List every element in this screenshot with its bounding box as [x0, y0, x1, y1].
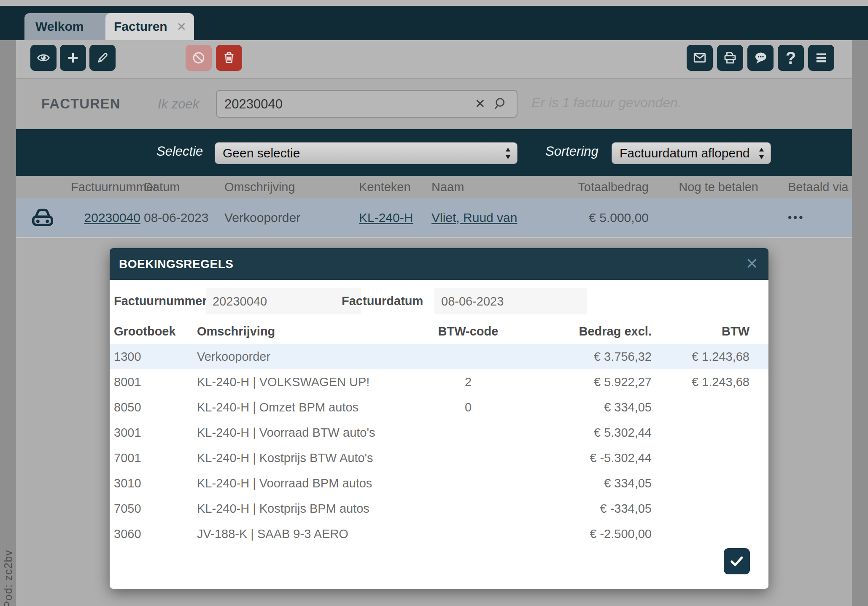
bedrag-cell: € 334,05 — [604, 471, 652, 496]
modal-close-icon[interactable]: ✕ — [746, 255, 758, 273]
question-icon: ? — [786, 49, 796, 66]
col-totaalbedrag[interactable]: Totaalbedrag — [566, 180, 649, 194]
factuurdatum-field[interactable]: 08-06-2023 — [434, 288, 587, 314]
paid-via-menu[interactable]: ••• — [763, 211, 852, 224]
selectie-value: Geen selectie — [223, 146, 300, 160]
modal-header: BOEKINGSREGELS ✕ — [110, 248, 768, 280]
tab-welkom[interactable]: Welkom — [24, 13, 115, 40]
search-label: Ik zoek — [158, 97, 199, 112]
btw-code-cell: 0 — [405, 395, 531, 420]
modal-fields: Factuurnummer 20230040 Factuurdatum 08-0… — [110, 288, 768, 314]
col-naam[interactable]: Naam — [431, 180, 566, 194]
search-input[interactable] — [224, 91, 461, 118]
car-icon — [16, 207, 71, 229]
view-button[interactable] — [30, 45, 57, 71]
omschrijving-cell: KL-240-H | VOLKSWAGEN UP! — [197, 369, 369, 395]
modal-table-header: Grootboek Omschrijving BTW-code Bedrag e… — [110, 322, 768, 341]
col-btw: BTW — [722, 322, 749, 341]
search-row: FACTUREN Ik zoek ✕ Er is 1 factuur gevon… — [16, 78, 852, 130]
omschrijving-cell: Verkooporder — [197, 344, 270, 369]
factuurdatum-value: 08-06-2023 — [441, 295, 504, 308]
invoice-total: € 5.000,00 — [566, 211, 649, 225]
booking-row[interactable]: 8050 KL-240-H | Omzet BPM autos 0 € 334,… — [110, 395, 768, 420]
chat-icon — [753, 50, 768, 65]
grootboek-cell: 3060 — [114, 521, 141, 546]
bedrag-cell: € -334,05 — [600, 496, 652, 521]
booking-row[interactable]: 8001 KL-240-H | VOLKSWAGEN UP! 2 € 5.922… — [110, 369, 768, 395]
hamburger-icon — [814, 50, 829, 65]
invoice-row[interactable]: 20230040 08-06-2023 Verkooporder KL-240-… — [16, 198, 852, 238]
btw-code-cell: 2 — [405, 369, 531, 395]
grootboek-cell: 8001 — [114, 369, 141, 395]
factuurdatum-label: Factuurdatum — [342, 294, 423, 308]
pencil-icon — [95, 51, 110, 65]
block-icon — [191, 51, 206, 65]
chat-button[interactable] — [747, 45, 774, 71]
invoice-table-header: Factuurnummer Datum Omschrijving Kenteke… — [16, 176, 852, 198]
omschrijving-cell: KL-240-H | Kostprijs BPM autos — [197, 496, 369, 521]
omschrijving-cell: KL-240-H | Voorraad BTW auto's — [197, 420, 375, 445]
select-arrows-icon — [505, 147, 511, 163]
sortering-select[interactable]: Factuurdatum aflopend — [612, 142, 771, 164]
col-kenteken[interactable]: Kenteken — [356, 180, 431, 194]
invoice-number-link[interactable]: 20230040 — [71, 211, 140, 225]
booking-row[interactable]: 7050 KL-240-H | Kostprijs BPM autos € -3… — [110, 496, 768, 521]
tab-facturen[interactable]: Facturen ✕ — [105, 13, 194, 40]
selectie-label: Selectie — [156, 144, 203, 159]
col-btw-code: BTW-code — [405, 322, 531, 341]
col-factuurnummer[interactable]: Factuurnummer — [71, 180, 140, 194]
booking-row[interactable]: 1300 Verkooporder € 3.756,32 € 1.243,68 — [110, 344, 768, 369]
license-plate-link[interactable]: KL-240-H — [359, 211, 413, 225]
search-icon[interactable] — [492, 96, 507, 114]
factuurnummer-field[interactable]: 20230040 — [206, 288, 361, 314]
print-button[interactable] — [717, 45, 743, 71]
block-button — [186, 45, 212, 71]
bedrag-cell: € 334,05 — [604, 395, 652, 420]
bedrag-cell: € -5.302,44 — [590, 445, 652, 471]
search-box: ✕ — [216, 90, 518, 118]
factuurnummer-value: 20230040 — [213, 295, 267, 308]
grootboek-cell: 3010 — [114, 471, 141, 496]
col-omschrijving: Omschrijving — [197, 322, 275, 341]
delete-button[interactable] — [216, 45, 242, 71]
pod-label: -D | Pod: zc2bv — [2, 487, 15, 606]
bedrag-cell: € -2.500,00 — [590, 521, 652, 546]
col-omschrijving[interactable]: Omschrijving — [216, 180, 356, 194]
booking-row[interactable]: 7001 KL-240-H | Kostprijs BTW Auto's € -… — [110, 445, 768, 471]
tab-facturen-label: Facturen — [114, 19, 167, 34]
invoice-date: 08-06-2023 — [140, 211, 216, 225]
bedrag-cell: € 5.302,44 — [594, 420, 652, 445]
tab-welkom-label: Welkom — [35, 19, 84, 34]
printer-icon — [722, 50, 738, 65]
booking-row[interactable]: 3001 KL-240-H | Voorraad BTW auto's € 5.… — [110, 420, 768, 445]
tab-close-icon[interactable]: ✕ — [177, 20, 186, 34]
mail-icon — [692, 50, 707, 65]
col-nog-te-betalen[interactable]: Nog te betalen — [649, 180, 763, 194]
grootboek-cell: 7050 — [114, 496, 141, 521]
menu-button[interactable] — [808, 45, 834, 71]
customer-name-link[interactable]: Vliet, Ruud van — [431, 211, 517, 225]
btw-cell: € 1.243,68 — [692, 344, 749, 369]
confirm-button[interactable] — [724, 548, 750, 574]
grootboek-cell: 7001 — [114, 445, 141, 471]
edit-button[interactable] — [89, 45, 116, 71]
add-button[interactable] — [60, 45, 86, 71]
invoice-description: Verkooporder — [216, 211, 356, 225]
boekingsregels-modal: BOEKINGSREGELS ✕ Factuurnummer 20230040 … — [110, 248, 768, 589]
booking-row[interactable]: 3060 JV-188-K | SAAB 9-3 AERO € -2.500,0… — [110, 521, 768, 546]
help-button[interactable]: ? — [778, 45, 804, 71]
grootboek-cell: 8050 — [114, 395, 141, 420]
col-datum[interactable]: Datum — [140, 180, 216, 194]
grootboek-cell: 3001 — [114, 420, 141, 445]
booking-row[interactable]: 3010 KL-240-H | Voorraad BPM autos € 334… — [110, 471, 768, 496]
toolbar: ? — [16, 40, 852, 78]
bedrag-cell: € 3.756,32 — [594, 344, 652, 369]
selectie-select[interactable]: Geen selectie — [215, 142, 518, 164]
mail-button[interactable] — [687, 45, 713, 71]
window-top-strip — [0, 0, 868, 6]
btw-cell: € 1.243,68 — [692, 369, 749, 395]
omschrijving-cell: KL-240-H | Kostprijs BTW Auto's — [197, 445, 373, 471]
search-result-text: Er is 1 factuur gevonden. — [531, 95, 682, 111]
clear-search-icon[interactable]: ✕ — [475, 96, 485, 111]
col-betaald-via[interactable]: Betaald via — [763, 180, 852, 194]
